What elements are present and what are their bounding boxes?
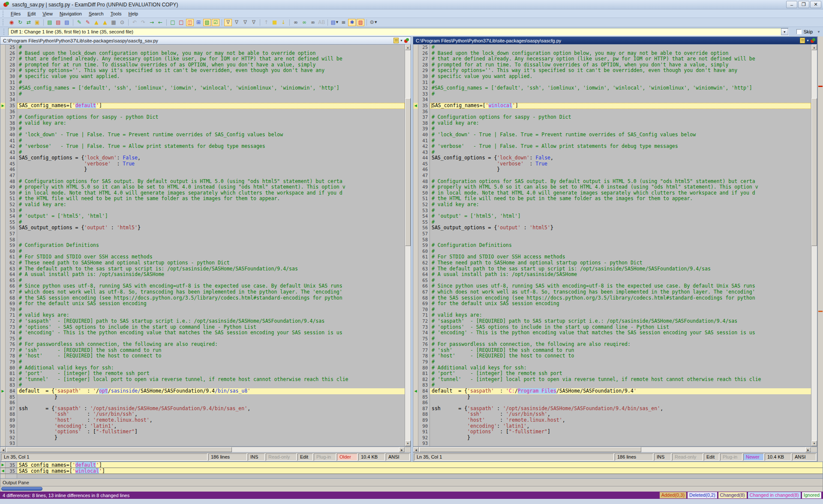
code-line[interactable]: 45 'verbose' : True — [413, 161, 811, 167]
copy-right-icon[interactable]: → — [148, 19, 156, 26]
output-pane-scrollbar[interactable] — [0, 486, 823, 492]
code-line[interactable]: 33# — [0, 91, 405, 97]
code-line[interactable]: 62# These need path to SASHome and optio… — [413, 260, 811, 266]
close-button[interactable]: ✕ — [810, 1, 821, 8]
code-line[interactable]: 48# Configuration options for SAS output… — [413, 179, 811, 185]
edit-indicator[interactable]: Edit — [704, 453, 719, 461]
find-next-icon[interactable]: ∞ — [300, 19, 308, 26]
current-diff-icon[interactable]: ■ — [271, 19, 279, 26]
code-line[interactable]: 66# Since python uses utf-8, running SAS… — [413, 283, 811, 289]
code-line[interactable]: 73# 'options' - SAS options to include i… — [413, 324, 811, 330]
find-prev-icon[interactable]: ∞ — [309, 19, 317, 26]
code-line[interactable]: 40# 'lock_down' - True | False. True = P… — [0, 132, 405, 138]
next-diff-icon[interactable]: ↓ — [279, 19, 287, 26]
menu-view[interactable]: View — [39, 10, 56, 17]
copy-icon[interactable] — [393, 38, 399, 43]
code-line[interactable]: 86 — [413, 400, 811, 406]
code-line[interactable]: 38# valid key are: — [0, 120, 405, 126]
code-line[interactable]: 90 'encoding': 'latin1', — [0, 423, 405, 429]
code-line[interactable]: 64# A usual install path is: /opt/sasins… — [0, 272, 405, 278]
second-file-header[interactable]: C:\Program Files\Python\Python37\Lib\sit… — [413, 36, 817, 45]
code-line[interactable]: 52# valid key are: — [413, 202, 811, 208]
code-line[interactable]: 67# which does not work well as utf-8. S… — [0, 289, 405, 295]
code-line[interactable]: 55# — [413, 219, 811, 225]
diff-combo-dropdown-button[interactable]: ▼ — [781, 28, 788, 35]
code-line[interactable]: 74# 'encoding' - This is the python enco… — [413, 330, 811, 336]
code-line[interactable]: 75# — [0, 336, 405, 342]
code-line[interactable]: 56SAS_output_options = {'output' : 'html… — [0, 225, 405, 231]
code-line[interactable]: 54# 'output' = ['html5', 'html'] — [0, 213, 405, 219]
code-line[interactable]: 47 — [413, 173, 811, 179]
first-vertical-scrollbar[interactable]: ▲ ▼ — [405, 45, 411, 446]
code-line[interactable]: 39# — [413, 126, 811, 132]
code-line[interactable]: 31# — [413, 80, 811, 86]
code-line[interactable]: 68# the SAS session encoding (see https:… — [413, 295, 811, 301]
code-line[interactable]: 62# These need path to SASHome and optio… — [0, 260, 405, 266]
copy-icon[interactable] — [800, 38, 805, 43]
recompare-icon[interactable]: ↻ — [16, 19, 24, 26]
code-line[interactable]: 87ssh = {'saspath' : '/opt/sasinside/SAS… — [0, 406, 405, 412]
code-line[interactable]: 79# — [413, 359, 811, 365]
code-line[interactable]: 68# the SAS session encoding (see https:… — [0, 295, 405, 301]
code-line[interactable]: 70# — [0, 307, 405, 313]
skip-checkbox[interactable] — [796, 29, 802, 34]
code-line[interactable]: 27# that are defined already. Any necess… — [0, 56, 405, 62]
code-line[interactable]: 74# 'encoding' - This is the python enco… — [0, 330, 405, 336]
code-line[interactable]: 81# 'port' - [integer] the remote ssh po… — [413, 371, 811, 377]
save-second-file-icon[interactable]: ▤ — [54, 19, 62, 26]
code-line[interactable]: 30# specific value you want applied. — [0, 74, 405, 80]
edit-indicator[interactable]: Edit — [297, 453, 313, 461]
edit-second-file-icon[interactable]: ✎ — [84, 19, 92, 26]
second-horizontal-scrollbar[interactable]: ◀ ▶ — [413, 447, 817, 453]
code-line[interactable]: 44SAS_config_options = {'lock_down': Fal… — [413, 155, 811, 161]
menu-edit[interactable]: Edit — [24, 10, 39, 17]
swap-panes-icon[interactable]: ⇄ — [25, 19, 33, 26]
first-file-code[interactable]: 25#26# Based upon the lock_down configur… — [0, 45, 405, 446]
output-pane-header[interactable]: Output Pane — [0, 479, 823, 486]
code-line[interactable]: 82# 'tunnel' - [integer] local port to o… — [413, 377, 811, 383]
chevron-down-icon[interactable]: ▼ — [400, 39, 403, 42]
compare-icon[interactable]: ◉ — [8, 19, 15, 26]
code-line[interactable]: 60# — [0, 249, 405, 255]
filter-changed-icon[interactable]: ∇ — [250, 19, 258, 26]
scroll-up-icon[interactable]: ▲ — [811, 45, 817, 50]
code-line[interactable]: 29# specify options=''. This way it's sp… — [0, 68, 405, 74]
statistics-icon[interactable]: ≡ — [339, 19, 347, 26]
code-line[interactable]: 29# specify options=''. This way it's sp… — [413, 68, 811, 74]
code-line[interactable]: 69# for the default unix SAS session enc… — [413, 301, 811, 307]
lamp-second-icon[interactable]: ▲ — [101, 19, 109, 26]
code-line[interactable]: 64# A usual install path is: /opt/sasins… — [413, 272, 811, 278]
code-line[interactable]: 46 } — [413, 167, 811, 173]
code-line[interactable]: 88 'ssh' : '/usr/bin/ssh', — [0, 411, 405, 417]
code-line[interactable]: 90 'encoding': 'latin1', — [413, 423, 811, 429]
code-line[interactable]: 78# 'host' - [REQUIRED] the host to conn… — [413, 353, 811, 359]
show-different-icon[interactable]: □ — [177, 19, 185, 26]
code-line[interactable]: 80# Additional valid keys for ssh: — [413, 365, 811, 371]
code-line[interactable]: 78# 'host' - [REQUIRED] the host to conn… — [0, 353, 405, 359]
code-line[interactable]: 54# 'output' = ['html5', 'html'] — [413, 213, 811, 219]
code-line[interactable]: 28# prompted for at run time. To dissall… — [413, 62, 811, 68]
chevron-down-icon[interactable]: ▼ — [817, 30, 820, 34]
options-icon[interactable]: ⚙▼ — [369, 19, 377, 26]
scrollbar-thumb[interactable] — [811, 98, 817, 246]
code-line[interactable]: 65# — [0, 278, 405, 284]
code-line[interactable]: 58 — [413, 237, 811, 243]
diff-map-mark[interactable] — [818, 86, 823, 87]
save-first-file-icon[interactable]: ▤ — [46, 19, 54, 26]
code-line[interactable]: 49# properly with HTML 5.0 so it can als… — [413, 184, 811, 190]
save-both-files-icon[interactable]: ▤ — [63, 19, 71, 26]
scrollbar-thumb[interactable] — [405, 98, 411, 246]
menu-files[interactable]: Files — [7, 10, 24, 17]
code-line[interactable]: 92 } — [413, 435, 811, 441]
scrollbar-thumb[interactable] — [6, 447, 232, 452]
code-line[interactable]: 77# 'ssh' - [REQUIRED] the ssh command t… — [0, 348, 405, 354]
show-inline-diffs-icon[interactable]: ☑ — [212, 19, 219, 26]
code-line[interactable]: 30# specific value you want applied. — [413, 74, 811, 80]
code-line[interactable]: 41# — [413, 138, 811, 144]
code-line[interactable]: 63# The default path to the sas start up… — [0, 266, 405, 272]
open-files-icon[interactable]: ▣ — [33, 19, 41, 26]
code-line[interactable]: 31# — [0, 80, 405, 86]
code-line[interactable]: 59# Configuration Definitions — [0, 243, 405, 249]
code-line[interactable]: ◀84default = {'saspath' : 'C:/Program Fi… — [413, 388, 811, 394]
code-line[interactable]: 37# Configuration options for saspy - py… — [0, 114, 405, 120]
